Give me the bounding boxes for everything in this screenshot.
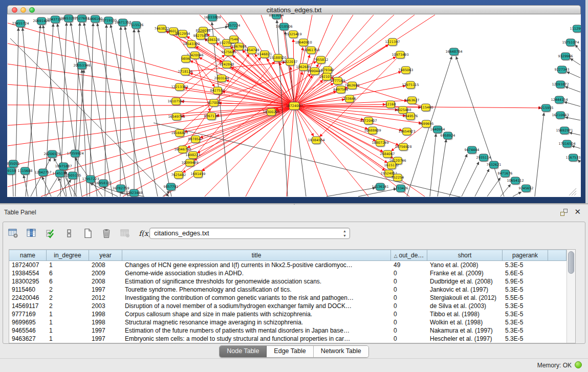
cell-name[interactable]: 22420046 xyxy=(9,294,47,302)
table-row[interactable]: 977716911998Corpus callosum shape and si… xyxy=(9,310,567,318)
cell-pagerank[interactable]: 5.3E-5 xyxy=(503,335,548,343)
table-row[interactable]: 946362711997Embryonic stem cells: a mode… xyxy=(9,335,567,343)
cell-pagerank[interactable]: 5.3E-5 xyxy=(503,302,548,310)
cell-short[interactable]: Yano et al. (2008) xyxy=(427,261,503,269)
cell-pagerank[interactable]: 5.3E-5 xyxy=(503,261,548,269)
window-titlebar[interactable]: citations_edges.txt xyxy=(7,5,581,14)
table-row[interactable]: 1830029562008Estimation of significance … xyxy=(9,277,567,286)
cell-title[interactable]: Genome-wide association studies in ADHD. xyxy=(122,269,391,277)
cell-out_de[interactable]: 0 xyxy=(391,318,427,326)
show-columns-button[interactable] xyxy=(25,226,39,240)
cell-title[interactable]: Structural magnetic resonance image aver… xyxy=(122,318,391,326)
cell-year[interactable]: 2008 xyxy=(89,261,122,269)
tab-network-table[interactable]: Network Table xyxy=(314,346,368,357)
cell-in_degree[interactable]: 1 xyxy=(47,335,89,343)
cell-out_de[interactable]: 0 xyxy=(391,277,427,286)
cell-year[interactable]: 2012 xyxy=(89,294,122,302)
cell-title[interactable]: Estimation of significance thresholds fo… xyxy=(122,277,391,286)
tab-node-table[interactable]: Node Table xyxy=(220,346,267,357)
cell-short[interactable]: Jankovic et al. (1997) xyxy=(427,286,503,294)
cell-name[interactable]: 9115460 xyxy=(9,286,47,294)
delete-column-button[interactable] xyxy=(99,226,114,240)
cell-name[interactable]: 9777169 xyxy=(9,310,47,318)
cell-out_de[interactable]: 49 xyxy=(391,261,427,269)
cell-year[interactable]: 2009 xyxy=(89,269,122,277)
network-canvas[interactable]: 2345572420691406204371971065328715276026… xyxy=(7,14,581,197)
cell-pagerank[interactable]: 5.9E-5 xyxy=(503,277,548,286)
cell-name[interactable]: 18724007 xyxy=(9,261,47,269)
cell-title[interactable]: Investigating the contribution of common… xyxy=(122,294,391,302)
cell-in_degree[interactable]: 1 xyxy=(47,326,89,335)
cell-out_de[interactable]: 0 xyxy=(391,269,427,277)
cell-name[interactable]: 14569117 xyxy=(9,302,47,310)
cell-pagerank[interactable]: 5.6E-5 xyxy=(503,269,548,277)
cell-title[interactable]: Disruption of a novel member of a sodium… xyxy=(122,302,391,310)
close-panel-icon[interactable]: ✕ xyxy=(574,207,581,216)
column-header-out_de[interactable]: △out_de… xyxy=(391,250,427,261)
cell-pagerank[interactable]: 5.3E-5 xyxy=(503,326,548,335)
table-row[interactable]: 911546021997Tourette syndrome. Phenomeno… xyxy=(9,286,567,294)
table-selector-combobox[interactable]: citations_edges.txt ▲▼ xyxy=(149,228,350,239)
cell-short[interactable]: Hescheler et al. (1997) xyxy=(427,335,503,343)
table-scrollbar[interactable] xyxy=(567,250,575,343)
cell-name[interactable]: 9463627 xyxy=(9,335,47,343)
table-row[interactable]: 1938455462009Genome-wide association stu… xyxy=(9,269,567,277)
cell-in_degree[interactable]: 2 xyxy=(47,302,89,310)
column-header-filler[interactable] xyxy=(548,250,567,261)
split-panel-button[interactable] xyxy=(62,226,76,240)
cell-out_de[interactable]: 0 xyxy=(391,294,427,302)
cell-short[interactable]: Nakamura et al. (1997) xyxy=(427,326,503,335)
table-row[interactable]: 969969511998Structural magnetic resonanc… xyxy=(9,318,567,326)
column-header-pagerank[interactable]: pagerank xyxy=(503,250,548,261)
column-header-name[interactable]: name xyxy=(9,250,47,261)
cell-title[interactable]: Estimation of the future numbers of pati… xyxy=(122,326,391,335)
cell-year[interactable]: 2008 xyxy=(89,277,122,286)
cell-out_de[interactable]: 0 xyxy=(391,302,427,310)
cell-short[interactable]: de Silva et al. (2003) xyxy=(427,302,503,310)
cell-year[interactable]: 2003 xyxy=(89,302,122,310)
create-column-button[interactable] xyxy=(81,226,95,240)
table-row[interactable]: 1872400712008Changes of HCN gene express… xyxy=(9,261,567,269)
cell-pagerank[interactable]: 5.3E-5 xyxy=(503,286,548,294)
cell-in_degree[interactable]: 2 xyxy=(47,286,89,294)
cell-in_degree[interactable]: 1 xyxy=(47,310,89,318)
cell-in_degree[interactable]: 1 xyxy=(47,318,89,326)
cell-out_de[interactable]: 0 xyxy=(391,335,427,343)
cell-in_degree[interactable]: 2 xyxy=(47,294,89,302)
cell-out_de[interactable]: 0 xyxy=(391,286,427,294)
cell-title[interactable]: Changes of HCN gene expression and I(f) … xyxy=(122,261,391,269)
cell-out_de[interactable]: 0 xyxy=(391,326,427,335)
cell-year[interactable]: 1997 xyxy=(89,286,122,294)
column-header-title[interactable]: title xyxy=(122,250,391,261)
cell-in_degree[interactable]: 1 xyxy=(47,261,89,269)
table-row[interactable]: 946554611997Estimation of the future num… xyxy=(9,326,567,335)
cell-pagerank[interactable]: 5.3E-5 xyxy=(503,310,548,318)
table-row[interactable]: 2242004622012Investigating the contribut… xyxy=(9,294,567,302)
cell-short[interactable]: Stergiakouli et al. (2012) xyxy=(427,294,503,302)
cell-name[interactable]: 9699695 xyxy=(9,318,47,326)
cell-short[interactable]: Wolkin et al. (1998) xyxy=(427,318,503,326)
cell-year[interactable]: 1998 xyxy=(89,318,122,326)
cell-title[interactable]: Tourette syndrome. Phenomenology and cla… xyxy=(122,286,391,294)
cell-short[interactable]: Franke et al. (2009) xyxy=(427,269,503,277)
column-header-in_degree[interactable]: in_degree xyxy=(47,250,89,261)
table-row[interactable]: 1456911722003Disruption of a novel membe… xyxy=(9,302,567,310)
table-settings-button[interactable] xyxy=(6,226,20,240)
cell-year[interactable]: 1998 xyxy=(89,310,122,318)
cell-name[interactable]: 9465546 xyxy=(9,326,47,335)
cell-pagerank[interactable]: 5.3E-5 xyxy=(503,318,548,326)
row-selection-button[interactable] xyxy=(43,226,58,240)
cell-short[interactable]: Tibbo et al. (1998) xyxy=(427,310,503,318)
scrollbar-thumb[interactable] xyxy=(568,251,574,274)
cell-title[interactable]: Embryonic stem cells: a model to study s… xyxy=(122,335,391,343)
column-header-year[interactable]: year xyxy=(89,250,122,261)
float-panel-icon[interactable] xyxy=(560,209,568,216)
cell-out_de[interactable]: 0 xyxy=(391,310,427,318)
delete-table-button[interactable] xyxy=(118,226,133,240)
cell-short[interactable]: Dudbridge et al. (2008) xyxy=(427,277,503,286)
cell-in_degree[interactable]: 6 xyxy=(47,269,89,277)
cell-in_degree[interactable]: 6 xyxy=(47,277,89,286)
cell-year[interactable]: 1997 xyxy=(89,335,122,343)
cell-name[interactable]: 18300295 xyxy=(9,277,47,286)
column-header-short[interactable]: short xyxy=(427,250,503,261)
